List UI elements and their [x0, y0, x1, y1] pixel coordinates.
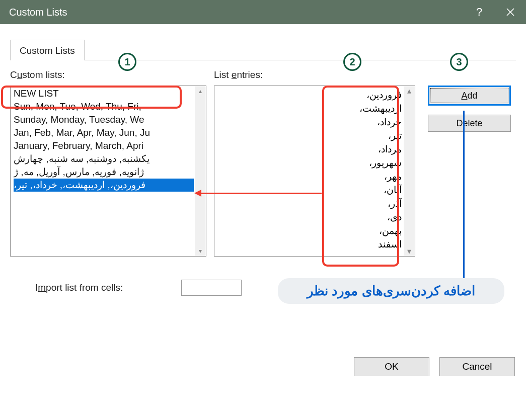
tab-custom-lists[interactable]: Custom Lists — [10, 40, 85, 60]
window-controls: ? — [464, 0, 526, 24]
titlebar: Custom Lists ? — [0, 0, 526, 24]
add-button[interactable]: Add — [428, 86, 511, 106]
list-item[interactable]: NEW LIST — [14, 87, 194, 100]
label-row: Cuustom lists:stom lists: List entries: — [10, 69, 516, 80]
annotation-callout: اضافه کردن‌سری‌های مورد نظر — [278, 278, 504, 304]
list-entries-textarea[interactable]: فروردین، اردیبهشت، خرداد، تیر، مرداد، شه… — [214, 86, 415, 257]
list-item[interactable]: یکشنبه, دوشنبه, سه شنبه, چهارش — [14, 152, 194, 165]
tab-border — [10, 60, 516, 60]
close-icon — [506, 8, 514, 16]
import-label: Import list from cells: — [10, 282, 181, 293]
lbl-underline: m — [38, 282, 46, 293]
list-item[interactable]: January, February, March, Apri — [14, 139, 194, 152]
dialog-footer: OK Cancel — [354, 357, 515, 376]
col-side-buttons: Add Delete — [428, 86, 513, 257]
btn-text: elete — [463, 118, 482, 129]
btn-underline: A — [461, 91, 467, 101]
btn-text: Cancel — [462, 361, 492, 372]
close-button[interactable] — [495, 0, 526, 24]
cancel-button[interactable]: Cancel — [439, 357, 515, 376]
tab-label: Custom Lists — [20, 45, 75, 56]
list-entries-label: List entries: — [214, 69, 263, 80]
main-columns: NEW LISTSun, Mon, Tue, Wed, Thu, Fri,Sun… — [10, 86, 516, 257]
lbl-part: C — [10, 69, 17, 80]
annotation-arrow-line — [201, 193, 322, 194]
ok-button[interactable]: OK — [354, 357, 429, 376]
list-item[interactable]: Sunday, Monday, Tuesday, We — [14, 113, 194, 126]
list-entries-content: فروردین، اردیبهشت، خرداد، تیر، مرداد، شه… — [217, 88, 402, 254]
annotation-connector-line — [463, 111, 465, 287]
lbl-part: List — [214, 69, 232, 80]
list-item[interactable]: ژانویه, فوریه, مارس, آوریل, مه, ژ — [14, 165, 194, 179]
btn-text: dd — [467, 91, 477, 101]
scroll-up-icon[interactable]: ▴ — [199, 86, 202, 96]
import-range-input[interactable] — [181, 280, 242, 296]
help-button[interactable]: ? — [464, 0, 495, 24]
annotation-circle-1: 1 — [118, 53, 136, 71]
btn-underline: D — [456, 118, 463, 129]
window-title: Custom Lists — [0, 7, 67, 18]
tab-strip: Custom Lists — [10, 39, 516, 60]
col-list-entries: فروردین، اردیبهشت، خرداد، تیر، مرداد، شه… — [214, 86, 415, 257]
annotation-circle-3: 3 — [450, 53, 468, 71]
custom-lists-label: Cuustom lists:stom lists: — [10, 69, 206, 80]
lbl-underline: u — [17, 69, 23, 80]
list-item[interactable]: Sun, Mon, Tue, Wed, Thu, Fri, — [14, 100, 194, 113]
annot-num: 2 — [349, 56, 355, 68]
list-item[interactable]: فروردین،, اردیبهشت،, خرداد،, تیر، — [14, 179, 194, 192]
list-item[interactable]: Jan, Feb, Mar, Apr, May, Jun, Ju — [14, 126, 194, 139]
col-custom-lists: NEW LISTSun, Mon, Tue, Wed, Thu, Fri,Sun… — [10, 86, 206, 257]
lbl-rest: stom lists: — [22, 69, 64, 80]
annot-num: 1 — [124, 56, 130, 68]
scroll-down-icon[interactable]: ▾ — [407, 246, 411, 256]
annotation-arrow-head-icon — [194, 190, 201, 197]
lbl-part: port list from cells: — [46, 282, 123, 293]
help-icon: ? — [476, 6, 482, 19]
annotation-circle-2: 2 — [343, 53, 361, 71]
btn-text: OK — [385, 361, 398, 372]
dialog-body: Custom Lists Cuustom lists:stom lists: L… — [0, 24, 526, 386]
scroll-down-icon[interactable]: ▾ — [199, 246, 202, 256]
scrollbar[interactable]: ▴ ▾ — [195, 86, 206, 256]
scrollbar[interactable]: ▴ ▾ — [404, 86, 415, 256]
lbl-part: ntries: — [237, 69, 263, 80]
delete-button[interactable]: Delete — [428, 115, 511, 132]
callout-text: اضافه کردن‌سری‌های مورد نظر — [307, 283, 475, 298]
custom-lists-items: NEW LISTSun, Mon, Tue, Wed, Thu, Fri,Sun… — [11, 86, 206, 193]
custom-lists-listbox[interactable]: NEW LISTSun, Mon, Tue, Wed, Thu, Fri,Sun… — [10, 86, 206, 257]
lbl-underline: e — [232, 69, 237, 80]
scroll-up-icon[interactable]: ▴ — [407, 86, 411, 96]
annot-num: 3 — [456, 56, 462, 68]
